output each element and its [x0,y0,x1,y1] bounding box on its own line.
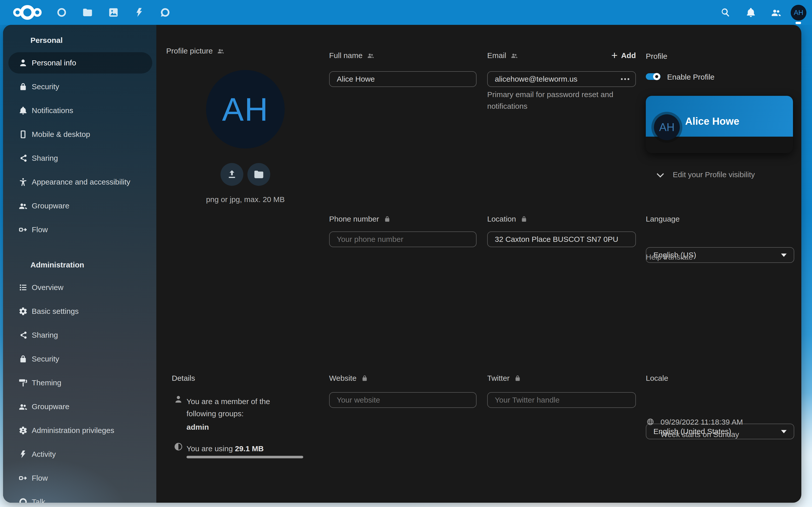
groups-membership-text: You are a member of the following groups… [187,395,293,420]
email-label-row: Email + Add [487,51,636,60]
help-translate-link[interactable]: Help translate [646,253,693,261]
sidebar-item-mobile-desktop[interactable]: Mobile & desktop [8,122,152,146]
files-icon[interactable] [82,7,93,18]
sidebar-item-label: Groupware [32,402,69,411]
sidebar-item-flow[interactable]: Flow [8,218,152,241]
website-field [329,392,476,408]
language-label-row: Language [646,215,679,223]
location-label-row: Location [487,215,527,223]
location-input[interactable] [487,231,636,247]
website-label-row: Website [329,374,368,383]
profile-picture-avatar: AH [206,70,285,149]
sidebar-item-flow[interactable]: Flow [8,466,152,490]
upload-avatar-button[interactable] [220,163,243,186]
email-options-icon[interactable] [621,78,629,80]
talk-icon[interactable] [160,7,170,18]
photos-icon[interactable] [108,7,119,18]
language-label: Language [646,215,679,223]
sidebar-item-sharing[interactable]: Sharing [8,323,152,347]
sidebar-item-talk[interactable]: Talk [8,490,152,503]
contacts-icon[interactable] [771,7,781,18]
sidebar-item-appearance-and-accessibility[interactable]: Appearance and accessibility [8,170,152,194]
app-menu [56,7,170,18]
folder-icon [253,169,264,180]
scope-lock-icon[interactable] [520,216,527,223]
sidebar-item-groupware[interactable]: Groupware [8,395,152,418]
people-icon [18,201,28,210]
email-helper: Primary email for password reset and not… [487,89,614,112]
email-field [487,71,636,87]
scope-lock-icon[interactable] [514,375,521,382]
search-icon[interactable] [720,7,731,18]
phone-icon [18,130,28,139]
sidebar-item-overview[interactable]: Overview [8,276,152,299]
roller-icon [18,378,28,387]
twitter-label: Twitter [487,374,510,383]
sidebar-item-label: Notifications [32,106,73,115]
dashboard-icon[interactable] [56,7,67,18]
activity-icon[interactable] [134,7,145,18]
user-icon [18,58,28,67]
locale-label: Locale [646,374,668,383]
scope-lock-icon[interactable] [384,216,391,223]
sidebar-item-label: Groupware [32,202,69,210]
phone-input[interactable] [329,231,476,247]
sidebar-item-administration-privileges[interactable]: Administration privileges [8,418,152,442]
avatar-hint: png or jpg, max. 20 MB [198,195,292,204]
share-icon [18,331,28,340]
member-person-icon [174,395,183,404]
full-name-label: Full name [329,51,363,60]
sidebar-item-label: Mobile & desktop [32,130,90,139]
sidebar-item-label: Talk [32,498,45,503]
profile-visibility-row[interactable]: Edit your Profile visibility [658,170,755,179]
sidebar-item-label: Personal info [32,59,76,67]
sidebar-item-label: Flow [32,225,48,234]
scope-lock-icon[interactable] [361,375,368,382]
scope-contacts-icon[interactable] [511,52,518,59]
website-input[interactable] [329,392,476,408]
locale-datetime: 09/29/2022 11:18:39 AM [661,418,743,427]
sidebar-item-activity[interactable]: Activity [8,442,152,466]
globe-icon [646,418,654,426]
full-name-input[interactable] [329,71,476,87]
gear-icon [18,307,28,316]
scope-contacts-icon[interactable] [217,47,224,55]
nextcloud-logo-icon[interactable] [13,5,42,20]
sidebar-item-label: Sharing [32,154,58,163]
scope-contacts-icon[interactable] [367,52,374,59]
sidebar-item-basic-settings[interactable]: Basic settings [8,299,152,323]
choose-from-files-button[interactable] [247,163,270,186]
sidebar-item-label: Security [32,355,59,363]
sidebar-item-theming[interactable]: Theming [8,371,152,395]
lock-icon [18,82,28,91]
sidebar-item-notifications[interactable]: Notifications [8,99,152,122]
sidebar-item-security[interactable]: Security [8,75,152,99]
locale-week-note: Week starts on Sunday [661,430,739,439]
lightning-icon [18,450,28,459]
sidebar-item-security[interactable]: Security [8,347,152,371]
profile-heading: Profile [646,52,667,61]
sidebar-item-groupware[interactable]: Groupware [8,194,152,218]
personal-info-content: Profile picture AH png or jpg, max. 20 M… [156,25,801,503]
twitter-input[interactable] [487,392,636,408]
flow-icon [18,473,28,483]
sidebar-item-sharing[interactable]: Sharing [8,146,152,170]
profile-preview-card[interactable]: AH Alice Howe [646,96,793,153]
top-bar: AH [0,0,812,25]
sidebar-item-label: Activity [32,450,56,459]
sidebar-item-label: Theming [32,379,61,387]
edit-profile-visibility-link[interactable]: Edit your Profile visibility [673,170,755,179]
chevron-down-icon [657,170,664,177]
enable-profile-toggle[interactable] [646,73,661,80]
add-email-button[interactable]: + Add [611,51,636,60]
notifications-bell-icon[interactable] [746,7,756,18]
list-icon [18,283,28,292]
email-input[interactable] [487,71,636,87]
sidebar-item-label: Overview [32,283,63,292]
sidebar-item-personal-info[interactable]: Personal info [8,52,152,73]
talk-icon [18,497,28,503]
sidebar-item-label: Administration privileges [32,426,114,435]
phone-field [329,231,476,247]
sidebar-item-label: Sharing [32,331,58,339]
user-avatar[interactable]: AH [791,5,806,20]
